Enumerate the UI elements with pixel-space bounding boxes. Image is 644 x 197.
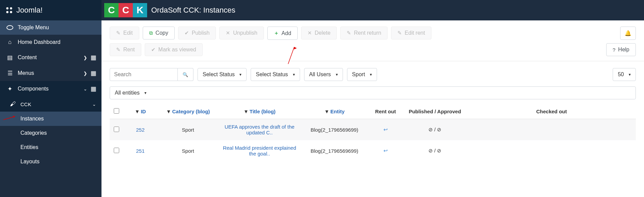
unpublish-button[interactable]: ✕Unpublish bbox=[219, 27, 264, 39]
category-dropdown[interactable]: Sport▾ bbox=[347, 68, 377, 81]
row-id[interactable]: 251 bbox=[136, 148, 144, 154]
pencil-icon: ✎ bbox=[116, 30, 121, 36]
search-input[interactable] bbox=[110, 68, 178, 81]
row-entity: Blog(2_1796569699) bbox=[300, 119, 368, 141]
brush-icon: 🖌 bbox=[8, 101, 17, 108]
pencil-icon: ✎ bbox=[116, 47, 121, 53]
add-button[interactable]: ＋Add bbox=[267, 27, 298, 40]
table-row: 252 Sport UEFA approves the draft of the… bbox=[110, 119, 636, 141]
x-icon: ✕ bbox=[226, 30, 230, 36]
copy-icon: ⧉ bbox=[149, 30, 153, 36]
page-title: OrdaSoft CCK: Instances bbox=[151, 6, 235, 15]
sidebar-item-home[interactable]: ⌂ Home Dashboard bbox=[0, 35, 101, 50]
copy-label: Copy bbox=[156, 30, 168, 36]
main-content: ✎Edit ⧉Copy ✔Publish ✕Unpublish ＋Add ✕De… bbox=[101, 20, 644, 197]
svg-point-1 bbox=[10, 7, 12, 9]
sidebar-item-cck[interactable]: 🖌 CCK ⌄ bbox=[0, 97, 101, 112]
sidebar-item-entities[interactable]: Entities bbox=[0, 140, 101, 154]
publish-button[interactable]: ✔Publish bbox=[178, 27, 216, 39]
components-icon: ✦ bbox=[5, 85, 14, 93]
home-icon: ⌂ bbox=[5, 39, 14, 46]
plus-icon: ＋ bbox=[274, 30, 279, 36]
check-icon: ✔ bbox=[151, 47, 156, 53]
toggle-label: Toggle Menu bbox=[18, 24, 96, 31]
brand-text: Joomla! bbox=[16, 6, 43, 15]
chevron-down-icon: ⌄ bbox=[92, 102, 96, 107]
sidebar-label-cck: CCK bbox=[20, 101, 92, 107]
delete-button[interactable]: ✕Delete bbox=[301, 27, 337, 39]
sidebar-label-instances: Instances bbox=[20, 116, 96, 122]
joomla-brand[interactable]: Joomla! bbox=[0, 0, 101, 20]
toggle-icon bbox=[5, 25, 14, 30]
sidebar-item-layouts[interactable]: Layouts bbox=[0, 154, 101, 169]
col-pubapp: Published / Approved bbox=[403, 104, 467, 119]
delete-label: Delete bbox=[315, 30, 330, 36]
reply-icon[interactable]: ↩ bbox=[383, 148, 388, 153]
status-dropdown-2[interactable]: Select Status▾ bbox=[251, 68, 300, 81]
grid-icon[interactable]: ▦ bbox=[91, 54, 96, 61]
sidebar-item-components[interactable]: ✦ Components ⌄ ▦ bbox=[0, 81, 101, 97]
chevron-down-icon: ▾ bbox=[239, 72, 241, 77]
entities-dropdown[interactable]: All entities▾ bbox=[110, 86, 636, 99]
row-checkbox[interactable] bbox=[114, 148, 119, 153]
sport-label: Sport bbox=[352, 71, 365, 78]
sidebar-item-categories[interactable]: Categories bbox=[0, 126, 101, 140]
help-button[interactable]: ?Help bbox=[606, 43, 636, 56]
sidebar-label-layouts: Layouts bbox=[20, 159, 96, 165]
sidebar: Toggle Menu ⌂ Home Dashboard ▤ Content ❯… bbox=[0, 20, 101, 197]
mark-viewed-button[interactable]: ✔Mark as viewed bbox=[145, 43, 203, 56]
users-dropdown[interactable]: All Users▾ bbox=[304, 68, 343, 81]
copy-button[interactable]: ⧉Copy bbox=[143, 27, 175, 39]
bell-icon: 🔔 bbox=[625, 30, 631, 36]
chevron-right-icon: ❯ bbox=[83, 71, 87, 76]
row-title[interactable]: UEFA approves the draft of the updated C… bbox=[224, 124, 294, 135]
annotation-arrow bbox=[3, 115, 17, 120]
sidebar-label-menus: Menus bbox=[18, 70, 83, 76]
search-button[interactable]: 🔍 bbox=[178, 68, 193, 81]
sidebar-label-entities: Entities bbox=[20, 144, 96, 150]
reply-icon[interactable]: ↩ bbox=[383, 127, 388, 132]
col-category[interactable]: ▼Category (blog) bbox=[166, 109, 210, 114]
row-pubapp: ⊘ / ⊘ bbox=[403, 119, 467, 141]
joomla-icon bbox=[5, 6, 14, 15]
edit-rent-button[interactable]: ✎Edit rent bbox=[391, 27, 431, 39]
col-entity[interactable]: ▼Entity bbox=[324, 109, 345, 114]
sidebar-item-instances[interactable]: Instances bbox=[0, 112, 101, 126]
select-all-checkbox[interactable] bbox=[114, 108, 119, 114]
chevron-down-icon: ▾ bbox=[144, 91, 146, 95]
row-title[interactable]: Real Madrid president explained the goal… bbox=[223, 145, 296, 157]
toggle-menu[interactable]: Toggle Menu bbox=[0, 20, 101, 35]
cck-logo: C C K bbox=[104, 3, 147, 17]
status-dropdown-1[interactable]: Select Status▾ bbox=[198, 68, 247, 81]
chevron-down-icon: ▾ bbox=[629, 72, 631, 77]
col-checked: Checked out bbox=[467, 104, 636, 119]
help-label: Help bbox=[618, 47, 629, 53]
chevron-down-icon: ▾ bbox=[370, 72, 372, 77]
cck-logo-c2: C bbox=[119, 3, 133, 17]
edit-button[interactable]: ✎Edit bbox=[110, 27, 139, 39]
rent-return-button[interactable]: ✎Rent return bbox=[340, 27, 388, 39]
sidebar-label-categories: Categories bbox=[20, 130, 96, 136]
svg-point-0 bbox=[6, 7, 8, 9]
topbar: Joomla! C C K OrdaSoft CCK: Instances bbox=[0, 0, 644, 20]
sidebar-label-components: Components bbox=[18, 86, 83, 92]
content-icon: ▤ bbox=[5, 54, 14, 61]
rent-button[interactable]: ✎Rent bbox=[110, 43, 141, 56]
row-checkbox[interactable] bbox=[114, 127, 119, 132]
perpage-dropdown[interactable]: 50▾ bbox=[613, 68, 636, 81]
grid-icon[interactable]: ▦ bbox=[91, 69, 96, 77]
row-id[interactable]: 252 bbox=[136, 127, 144, 133]
grid-icon[interactable]: ▦ bbox=[91, 85, 96, 93]
row-category: Sport bbox=[157, 140, 219, 161]
toolbar: ✎Edit ⧉Copy ✔Publish ✕Unpublish ＋Add ✕De… bbox=[101, 20, 644, 61]
notifications-button[interactable]: 🔔 bbox=[620, 27, 636, 40]
sidebar-item-menus[interactable]: ☰ Menus ❯ ▦ bbox=[0, 65, 101, 81]
col-title[interactable]: ▼Title (blog) bbox=[244, 109, 276, 114]
sidebar-item-content[interactable]: ▤ Content ❯ ▦ bbox=[0, 50, 101, 65]
row-pubapp: ⊘ / ⊘ bbox=[403, 140, 467, 161]
row-category: Sport bbox=[157, 119, 219, 141]
cck-logo-c1: C bbox=[104, 3, 119, 17]
mark-viewed-label: Mark as viewed bbox=[158, 47, 196, 53]
col-id[interactable]: ▼ID bbox=[135, 109, 146, 114]
sort-icon: ▼ bbox=[135, 109, 140, 114]
